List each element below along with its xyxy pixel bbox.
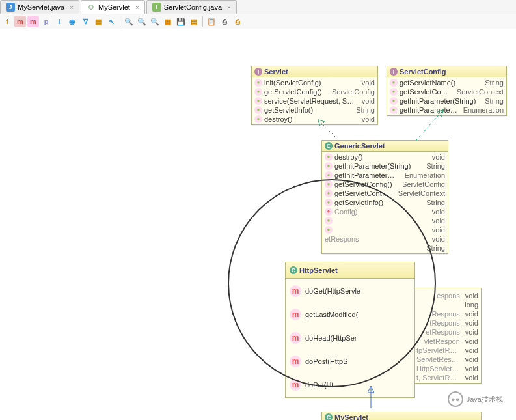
class-member[interactable]: mdoHead(HttpSer bbox=[286, 326, 414, 350]
tab-servletconfig-java[interactable]: IServletConfig.java× bbox=[146, 0, 237, 14]
class-member[interactable]: ●getInitParameter(String)String bbox=[387, 96, 506, 105]
return-type: long bbox=[465, 300, 478, 309]
toolbar: fmmpi◉∇▦↖🔍🔍🔍▦💾▤📋⎙⎙ bbox=[0, 14, 516, 29]
toolbar-button[interactable]: 🔍 bbox=[149, 16, 161, 27]
class-member[interactable]: ●getServletName()String bbox=[387, 78, 506, 87]
return-row: HttpServletResponsvoid bbox=[414, 364, 481, 373]
class-member[interactable]: ●getServletConfig()ServletConfig bbox=[322, 180, 448, 189]
class-servletconfig[interactable]: IServletConfig●getServletName()String●ge… bbox=[387, 66, 507, 116]
class-member[interactable]: ●destroy()void bbox=[252, 115, 377, 124]
toolbar-button[interactable]: ▦ bbox=[162, 16, 174, 27]
class-member[interactable]: ●getServletInfo()String bbox=[322, 198, 448, 207]
class-body: ●destroy()void●getInitParameter(String)S… bbox=[322, 152, 448, 253]
close-icon[interactable]: × bbox=[70, 4, 74, 11]
toolbar-button[interactable]: i bbox=[53, 16, 65, 27]
member-return: void bbox=[432, 225, 445, 234]
type-icon: C bbox=[325, 142, 333, 150]
tab-label: MyServlet.java bbox=[18, 3, 64, 11]
class-httpservlet-magnified[interactable]: CHttpServletmdoGet(HttpServlemgetLastMod… bbox=[285, 262, 415, 398]
class-member[interactable]: ●destroy()void bbox=[322, 152, 448, 161]
class-member[interactable]: mdoGet(HttpServle bbox=[286, 279, 414, 303]
toolbar-button[interactable]: 🔍 bbox=[123, 16, 135, 27]
toolbar-button[interactable]: ↖ bbox=[105, 16, 117, 27]
class-genericservlet[interactable]: CGenericServlet●destroy()void●getInitPar… bbox=[321, 140, 448, 254]
member-icon: ● bbox=[325, 171, 333, 179]
member-return: void bbox=[362, 96, 375, 105]
member-icon: ● bbox=[390, 106, 398, 114]
toolbar-button[interactable]: ▦ bbox=[92, 16, 104, 27]
member-return: ServletContext bbox=[457, 87, 504, 96]
tab-myservlet[interactable]: ⬡MyServlet× bbox=[81, 0, 145, 14]
return-type: void bbox=[465, 291, 478, 300]
return-row: etResponsvoid bbox=[414, 328, 481, 337]
return-row: tResponsvoid bbox=[414, 309, 481, 318]
class-member[interactable]: mgetLastModified( bbox=[286, 303, 414, 326]
close-icon[interactable]: × bbox=[227, 4, 231, 11]
class-title: CMyServlet bbox=[322, 412, 481, 420]
member-name: getServletInfo() bbox=[264, 105, 351, 115]
class-member[interactable]: ●void bbox=[322, 216, 448, 225]
class-servlet[interactable]: IServlet●init(ServletConfig)void●getServ… bbox=[251, 66, 378, 125]
member-return: ServletConfig bbox=[402, 180, 445, 189]
return-type: void bbox=[465, 364, 478, 373]
class-title: CHttpServlet bbox=[286, 262, 414, 279]
member-icon: m bbox=[290, 309, 301, 320]
class-member[interactable]: etResponsvoid bbox=[322, 234, 448, 244]
member-icon: ● bbox=[390, 88, 398, 96]
class-member[interactable]: ●getInitParameter(String)String bbox=[322, 161, 448, 171]
toolbar-button[interactable]: 🔍 bbox=[136, 16, 148, 27]
file-icon: ⬡ bbox=[87, 3, 96, 12]
toolbar-button[interactable]: ⎙ bbox=[232, 16, 243, 27]
class-member[interactable]: ●Config)void bbox=[322, 207, 448, 216]
member-icon: ● bbox=[325, 208, 333, 216]
member-return: void bbox=[432, 216, 445, 225]
return-suffix: tRespons bbox=[416, 318, 460, 328]
class-name: GenericServlet bbox=[334, 142, 385, 150]
class-member[interactable]: ●getServletContext()ServletContext bbox=[387, 87, 506, 96]
toolbar-button[interactable]: ∇ bbox=[79, 16, 91, 27]
toolbar-button[interactable]: ▤ bbox=[188, 16, 200, 27]
class-member[interactable]: ●init(ServletConfig)void bbox=[252, 78, 377, 87]
class-member[interactable]: ●getServletConfig()ServletConfig bbox=[252, 87, 377, 96]
toolbar-button[interactable]: p bbox=[40, 16, 52, 27]
toolbar-button[interactable]: 💾 bbox=[175, 16, 187, 27]
class-member[interactable]: ●getInitParameterNames()Enumeration bbox=[387, 105, 506, 115]
class-member[interactable]: ●getServletContext()ServletContext bbox=[322, 189, 448, 198]
class-member[interactable]: mdoPut(Ht bbox=[286, 373, 414, 397]
file-icon: J bbox=[6, 3, 15, 12]
return-type: void bbox=[465, 355, 478, 364]
class-myservlet[interactable]: CMyServletmdoGet(HttpServletRequest, Htt… bbox=[321, 412, 482, 420]
member-name: getInitParameter(String) bbox=[334, 161, 421, 171]
toolbar-button[interactable]: ⎙ bbox=[219, 16, 230, 27]
member-name: doPost(HttpS bbox=[305, 352, 411, 371]
member-icon: ● bbox=[254, 106, 262, 114]
member-icon: ● bbox=[254, 79, 262, 87]
member-name: getInitParameter(String) bbox=[400, 96, 480, 105]
class-member[interactable]: ●service(ServletRequest, ServletResponsv… bbox=[252, 96, 377, 105]
member-name: Config) bbox=[334, 207, 427, 216]
member-name: destroy() bbox=[334, 152, 427, 161]
toolbar-button[interactable]: 📋 bbox=[206, 16, 217, 27]
return-row: t, ServletResponsvoid bbox=[414, 373, 481, 382]
class-body: ●init(ServletConfig)void●getServletConfi… bbox=[252, 77, 377, 124]
class-member[interactable]: mdoPost(HttpS bbox=[286, 350, 414, 373]
class-member[interactable]: ●void bbox=[322, 225, 448, 234]
return-row: tpServletResponsvoid bbox=[414, 346, 481, 355]
diagram-canvas[interactable]: IServlet●init(ServletConfig)void●getServ… bbox=[0, 29, 516, 420]
return-type: void bbox=[465, 373, 478, 382]
return-suffix: vletRespon bbox=[416, 337, 460, 346]
class-title: CGenericServlet bbox=[322, 141, 448, 152]
member-icon: ● bbox=[325, 189, 333, 197]
type-icon: C bbox=[290, 266, 297, 274]
toolbar-button[interactable]: m bbox=[27, 16, 39, 27]
tab-myservlet-java[interactable]: JMyServlet.java× bbox=[0, 0, 79, 14]
member-return: Enumeration bbox=[463, 105, 504, 115]
toolbar-button[interactable]: m bbox=[14, 16, 26, 27]
class-member[interactable]: ●getServletInfo()String bbox=[252, 105, 377, 115]
class-member[interactable]: ●getInitParameterNames()Enumeration bbox=[322, 171, 448, 180]
toolbar-button[interactable]: ◉ bbox=[66, 16, 78, 27]
class-member[interactable]: String bbox=[322, 244, 448, 253]
return-suffix: etRespons bbox=[416, 328, 460, 337]
toolbar-button[interactable]: f bbox=[1, 16, 13, 27]
close-icon[interactable]: × bbox=[135, 4, 139, 11]
